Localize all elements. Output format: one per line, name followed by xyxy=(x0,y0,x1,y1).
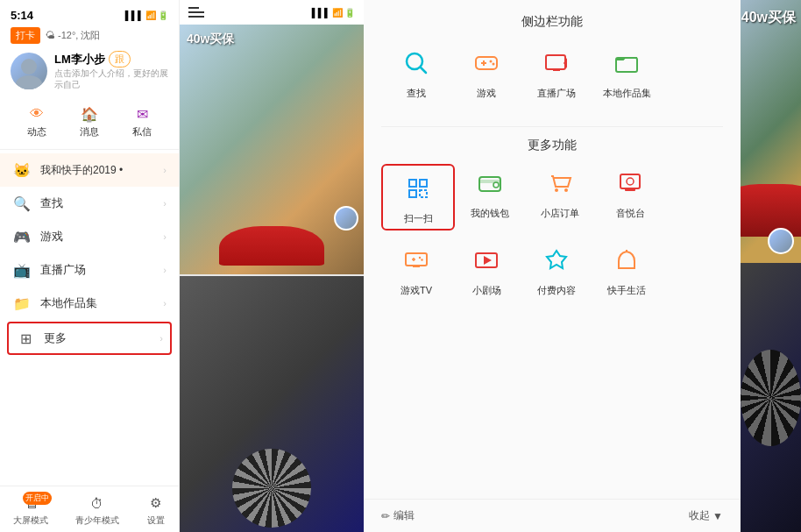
func-item-drama[interactable]: 小剧场 xyxy=(451,241,521,297)
svg-point-1 xyxy=(16,75,42,89)
svg-rect-30 xyxy=(413,266,420,267)
svg-rect-24 xyxy=(625,188,635,191)
footer-bigscreen[interactable]: 🖥 大屏模式 开启中 xyxy=(13,493,48,527)
collapse-button[interactable]: 收起 ▼ xyxy=(689,508,723,523)
wheel-visual xyxy=(232,449,311,528)
far-right-top-video[interactable]: 40w买保 xyxy=(741,0,801,263)
func-item-life[interactable]: 快手生活 xyxy=(592,241,662,297)
wheel-visual-fr xyxy=(741,350,801,446)
punch-card-button[interactable]: 打卡 xyxy=(11,27,40,44)
edit-label: 编辑 xyxy=(393,508,415,523)
signal-icon: ▌▌▌ xyxy=(125,11,144,20)
func-search-label: 查找 xyxy=(407,87,426,100)
func-scan-icon xyxy=(399,169,437,208)
svg-point-0 xyxy=(21,59,37,74)
func-drama-label: 小剧场 xyxy=(472,284,501,297)
section-divider xyxy=(381,126,723,127)
collapse-label: 收起 xyxy=(689,508,710,523)
status-time: 5:14 xyxy=(11,9,33,22)
sidebar-item-live[interactable]: 📺 直播广场 › xyxy=(0,253,179,287)
kuaishou-icon: 🐱 xyxy=(12,160,32,180)
video-feed: 40w买保 xyxy=(180,25,364,532)
sidebar-functions-grid: 查找 游戏 xyxy=(381,44,723,114)
hamburger-button[interactable] xyxy=(188,7,204,18)
quick-action-dongtai[interactable]: 👁 动态 xyxy=(27,104,46,138)
search-label: 查找 xyxy=(40,195,163,211)
svg-point-28 xyxy=(419,257,421,259)
func-item-local[interactable]: 本地作品集 xyxy=(592,44,662,100)
far-right-bottom-video[interactable] xyxy=(741,263,801,532)
sidebar-item-special[interactable]: 🐱 我和快手的2019 • › xyxy=(0,153,179,187)
folder-icon: 📁 xyxy=(12,294,32,313)
func-paid-label: 付费内容 xyxy=(537,284,576,297)
teen-label: 青少年模式 xyxy=(75,514,119,527)
video-thumb-bottom[interactable] xyxy=(180,276,364,532)
sidebar-item-local[interactable]: 📁 本地作品集 › xyxy=(0,287,179,320)
arrow-icon-6: › xyxy=(159,333,163,344)
settings-label: 设置 xyxy=(147,514,165,527)
func-item-live[interactable]: 直播广场 xyxy=(521,44,592,100)
sidebar-item-search[interactable]: 🔍 查找 › xyxy=(0,187,179,220)
functions-panel: 侧边栏功能 查找 xyxy=(364,0,741,532)
quick-action-xiaoxi[interactable]: 🏠 消息 xyxy=(80,104,99,138)
status-bar: 5:14 ▌▌▌ 📶 🔋 xyxy=(11,9,168,22)
func-item-scan[interactable]: 扫一扫 xyxy=(381,164,455,231)
sidebar-item-game[interactable]: 🎮 游戏 › xyxy=(0,220,179,253)
footer-teen[interactable]: ⏱ 青少年模式 xyxy=(75,493,119,527)
func-item-shop[interactable]: 小店订单 xyxy=(525,164,595,227)
quick-action-sixin[interactable]: ✉ 私信 xyxy=(132,104,152,138)
teen-icon: ⏱ xyxy=(88,493,107,513)
svg-rect-22 xyxy=(620,174,640,188)
live-icon: 📺 xyxy=(12,260,32,280)
far-right-overlay-text: 40w买保 xyxy=(741,9,796,27)
collapse-arrow-icon: ▼ xyxy=(712,510,723,522)
sixin-label: 私信 xyxy=(132,125,152,138)
svg-point-8 xyxy=(493,63,495,66)
status-icons: ▌▌▌ 📶 🔋 xyxy=(125,11,168,20)
active-badge: 开启中 xyxy=(23,492,52,505)
svg-rect-9 xyxy=(546,55,565,69)
func-wallet-label: 我的钱包 xyxy=(471,207,509,220)
game-label: 游戏 xyxy=(40,229,163,245)
svg-point-21 xyxy=(564,188,568,192)
func-life-label: 快手生活 xyxy=(607,284,646,297)
svg-rect-13 xyxy=(409,180,416,187)
func-item-game[interactable]: 游戏 xyxy=(451,44,521,100)
home-icon: 🏠 xyxy=(80,104,99,124)
func-shop-label: 小店订单 xyxy=(541,207,579,220)
func-item-wallet[interactable]: 我的钱包 xyxy=(455,164,525,227)
follow-button[interactable]: 跟 xyxy=(109,51,131,67)
middle-video-panel: ▌▌▌ 📶 🔋 40w买保 xyxy=(180,0,364,532)
wifi-icon: 📶 xyxy=(145,11,156,20)
user-profile[interactable]: LM李小步 跟 点击添加个人介绍，更好的展示自己 xyxy=(11,51,168,90)
func-local-icon xyxy=(607,44,646,82)
svg-rect-16 xyxy=(420,190,427,197)
svg-rect-14 xyxy=(420,180,427,187)
func-local-label: 本地作品集 xyxy=(603,87,651,100)
settings-icon: ⚙ xyxy=(146,493,166,513)
func-item-paid[interactable]: 付费内容 xyxy=(521,241,592,297)
arrow-icon-3: › xyxy=(163,231,167,242)
bigscreen-label: 大屏模式 xyxy=(13,514,48,527)
func-item-gametv[interactable]: 游戏TV xyxy=(381,241,451,297)
video-thumb-top[interactable]: 40w买保 xyxy=(180,25,364,274)
mail-icon: ✉ xyxy=(132,104,152,124)
video-topbar: ▌▌▌ 📶 🔋 xyxy=(180,0,364,25)
sidebar-item-more[interactable]: ⊞ 更多 › xyxy=(7,322,172,355)
grid-icon: ⊞ xyxy=(16,329,35,348)
punch-weather-row: 打卡 🌤 -12°, 沈阳 xyxy=(11,27,168,44)
footer-settings[interactable]: ⚙ 设置 xyxy=(146,493,166,527)
signal-bars-icon: ▌▌▌ xyxy=(312,8,330,18)
sidebar-footer: 🖥 大屏模式 开启中 ⏱ 青少年模式 ⚙ 设置 xyxy=(0,486,179,532)
func-wallet-icon xyxy=(471,164,509,202)
func-gametv-label: 游戏TV xyxy=(400,284,432,297)
local-label: 本地作品集 xyxy=(40,295,163,311)
func-item-music[interactable]: 音悦台 xyxy=(595,164,665,227)
func-music-label: 音悦台 xyxy=(616,207,645,220)
signal-display: ▌▌▌ 📶 🔋 xyxy=(312,8,355,18)
func-item-search[interactable]: 查找 xyxy=(381,44,451,100)
live-label: 直播广场 xyxy=(40,262,163,278)
svg-marker-33 xyxy=(547,251,566,268)
edit-button[interactable]: ✏ 编辑 xyxy=(381,508,415,523)
func-music-icon xyxy=(611,164,649,202)
